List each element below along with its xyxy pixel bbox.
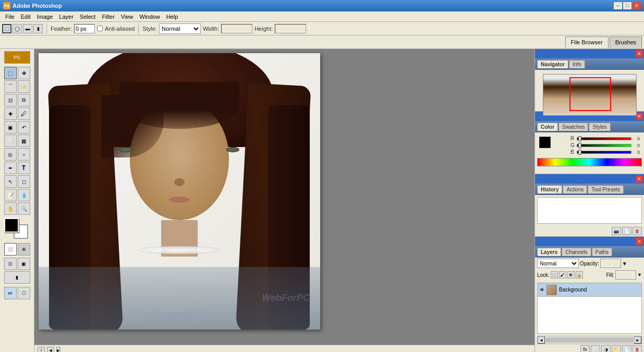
- history-brush-btn[interactable]: ↶: [18, 121, 30, 133]
- fill-expand-btn[interactable]: ▼: [637, 272, 642, 277]
- lock-move-btn[interactable]: ✥: [567, 271, 575, 278]
- menu-image[interactable]: Image: [34, 13, 56, 20]
- marquee-col-btn[interactable]: ▮: [33, 24, 43, 33]
- menu-view[interactable]: View: [118, 13, 137, 20]
- fill-input[interactable]: [615, 270, 636, 280]
- color-spectrum[interactable]: [537, 158, 642, 166]
- blend-mode-select[interactable]: Normal Dissolve Multiply: [537, 259, 579, 268]
- layers-list[interactable]: 👁 Background: [537, 283, 642, 334]
- marquee-ellipse-btn[interactable]: ◯: [13, 24, 22, 33]
- clone-tool-btn[interactable]: ▣: [4, 121, 17, 133]
- close-button[interactable]: ✕: [633, 2, 641, 9]
- canvas-wrapper[interactable]: OceanofEXE WebForPC: [34, 49, 534, 345]
- layers-scrollbar[interactable]: ◄ ►: [537, 336, 642, 344]
- scroll-to-start-btn[interactable]: ◄: [47, 347, 54, 353]
- delete-layer-btn[interactable]: 🗑: [633, 345, 642, 352]
- delete-history-btn[interactable]: 🗑: [633, 227, 642, 235]
- screen-mode-normal[interactable]: ⊡: [4, 258, 17, 270]
- menu-layer[interactable]: Layer: [56, 13, 77, 20]
- navigator-panel-close[interactable]: ✕: [636, 50, 643, 57]
- quick-mask-on-btn[interactable]: ⊕: [18, 243, 30, 256]
- navigator-thumbnail[interactable]: [543, 74, 637, 116]
- new-doc-from-history-btn[interactable]: 📄: [622, 227, 631, 235]
- g-slider[interactable]: [577, 144, 631, 147]
- canvas-info-btn[interactable]: i: [38, 347, 45, 353]
- tab-actions[interactable]: Actions: [563, 185, 587, 193]
- layer-name[interactable]: Background: [559, 287, 587, 293]
- color-picker[interactable]: [4, 218, 30, 239]
- menu-file[interactable]: File: [2, 13, 18, 20]
- imageready-btn[interactable]: IR: [4, 287, 17, 299]
- layer-mask-btn[interactable]: ⬜: [591, 345, 600, 352]
- b-slider[interactable]: [577, 151, 631, 154]
- r-slider[interactable]: [577, 137, 631, 140]
- scroll-right-btn[interactable]: ►: [56, 347, 60, 353]
- height-input[interactable]: [275, 24, 306, 33]
- feather-input[interactable]: [74, 24, 95, 33]
- history-panel-close[interactable]: ✕: [636, 175, 643, 183]
- tab-paths[interactable]: Paths: [592, 248, 613, 256]
- tab-styles[interactable]: Styles: [589, 123, 610, 131]
- canvas-document[interactable]: OceanofEXE WebForPC: [39, 53, 320, 330]
- lock-all-btn[interactable]: 🔒: [576, 271, 583, 278]
- tab-history[interactable]: History: [537, 185, 562, 193]
- color-panel-close[interactable]: ✕: [636, 113, 643, 120]
- scroll-down-btn[interactable]: ►: [634, 336, 641, 344]
- layers-expand-icon[interactable]: »: [639, 249, 642, 254]
- tab-channels[interactable]: Channels: [562, 248, 591, 256]
- lock-paint-btn[interactable]: 🖌: [559, 271, 566, 278]
- shape-tool-btn[interactable]: ◻: [18, 175, 30, 188]
- style-select[interactable]: Normal Fixed Ratio Fixed Size: [159, 23, 201, 34]
- brushes-tab[interactable]: Brushes: [610, 37, 642, 48]
- quick-mask-off-btn[interactable]: ⬜: [4, 243, 17, 256]
- text-tool-btn[interactable]: T: [18, 162, 30, 174]
- scroll-up-btn[interactable]: ◄: [538, 336, 545, 344]
- menu-edit[interactable]: Edit: [18, 13, 34, 20]
- tab-color[interactable]: Color: [537, 123, 558, 131]
- fg-color-swatch[interactable]: [539, 137, 551, 148]
- dodge-tool-btn[interactable]: ○: [18, 148, 30, 161]
- title-bar-controls[interactable]: ─ □ ✕: [614, 2, 641, 9]
- menu-select[interactable]: Select: [77, 13, 99, 20]
- marquee-tool-btn[interactable]: ⬚: [4, 67, 17, 79]
- tab-swatches[interactable]: Swatches: [558, 123, 588, 131]
- foreground-color[interactable]: [4, 218, 19, 233]
- opacity-expand-btn[interactable]: ▼: [622, 261, 627, 266]
- marquee-rect-btn[interactable]: ⬚: [2, 24, 11, 33]
- menu-window[interactable]: Window: [137, 13, 163, 20]
- screen-mode-full-menu[interactable]: ▣: [18, 258, 30, 270]
- new-snapshot-btn[interactable]: 📷: [612, 227, 621, 235]
- minimize-button[interactable]: ─: [614, 2, 622, 9]
- magic-wand-tool-btn[interactable]: ⚡: [18, 80, 30, 93]
- layer-style-btn[interactable]: fx: [580, 345, 590, 352]
- new-folder-btn[interactable]: 📁: [612, 345, 621, 352]
- lock-transparent-btn[interactable]: ⬚: [551, 271, 558, 278]
- path-select-btn[interactable]: ↖: [4, 175, 17, 188]
- tab-info[interactable]: Info: [569, 60, 585, 68]
- screen-mode-full[interactable]: ▮: [4, 271, 30, 284]
- new-adjustment-layer-btn[interactable]: ◑: [601, 345, 611, 352]
- brush-tool-btn[interactable]: 🖊: [18, 107, 30, 120]
- lasso-tool-btn[interactable]: ⌒: [4, 80, 17, 93]
- navigator-expand-icon[interactable]: »: [639, 62, 642, 67]
- ps-logo-btn[interactable]: PS: [4, 51, 30, 64]
- menu-help[interactable]: Help: [163, 13, 181, 20]
- marquee-row-btn[interactable]: ▬: [23, 24, 32, 33]
- slice-tool-btn[interactable]: ⧉: [18, 94, 30, 106]
- layers-panel-close[interactable]: ✕: [636, 238, 643, 245]
- hand-tool-btn[interactable]: ✋: [4, 202, 17, 215]
- file-browser-tab[interactable]: File Browser: [565, 37, 609, 48]
- slice-select-btn[interactable]: ⬡: [18, 287, 30, 299]
- width-input[interactable]: [221, 24, 252, 33]
- history-expand-icon[interactable]: »: [639, 187, 642, 192]
- tab-navigator[interactable]: Navigator: [537, 60, 568, 68]
- tab-layers[interactable]: Layers: [537, 248, 561, 256]
- tab-tool-presets[interactable]: Tool Presets: [588, 185, 624, 193]
- zoom-tool-btn[interactable]: 🔍: [18, 202, 30, 215]
- heal-tool-btn[interactable]: ✚: [4, 107, 17, 120]
- opacity-input[interactable]: [600, 259, 621, 268]
- color-expand-icon[interactable]: »: [639, 124, 642, 129]
- blur-tool-btn[interactable]: ◎: [4, 148, 17, 161]
- layer-visibility-icon[interactable]: 👁: [540, 287, 544, 293]
- move-tool-btn[interactable]: ✥: [18, 67, 30, 79]
